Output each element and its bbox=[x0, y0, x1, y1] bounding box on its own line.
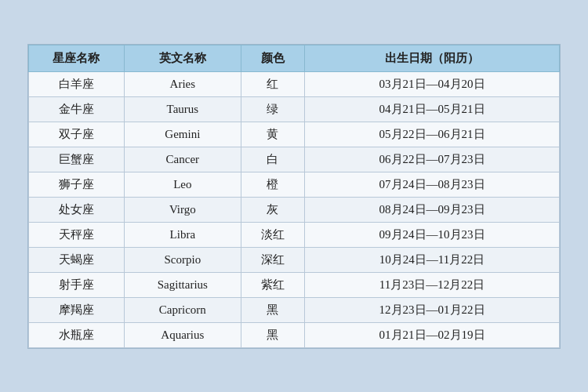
cell-chinese: 处女座 bbox=[29, 197, 125, 222]
cell-color: 绿 bbox=[241, 96, 304, 122]
cell-date: 12月23日—01月22日 bbox=[305, 297, 560, 322]
cell-english: Gemini bbox=[124, 122, 241, 147]
cell-color: 灰 bbox=[241, 197, 304, 222]
cell-english: Sagittarius bbox=[124, 272, 241, 297]
cell-english: Aquarius bbox=[124, 322, 241, 347]
cell-date: 10月24日—11月22日 bbox=[305, 247, 560, 272]
cell-chinese: 射手座 bbox=[29, 272, 125, 297]
cell-date: 11月23日—12月22日 bbox=[305, 272, 560, 297]
table-header-row: 星座名称 英文名称 颜色 出生日期（阳历） bbox=[29, 45, 560, 71]
header-color: 颜色 bbox=[241, 45, 304, 71]
cell-english: Capricorn bbox=[124, 297, 241, 322]
zodiac-table: 星座名称 英文名称 颜色 出生日期（阳历） 白羊座Aries红03月21日—04… bbox=[28, 45, 560, 348]
cell-color: 紫红 bbox=[241, 272, 304, 297]
cell-chinese: 金牛座 bbox=[29, 96, 125, 122]
table-row: 巨蟹座Cancer白06月22日—07月23日 bbox=[29, 147, 560, 172]
cell-date: 07月24日—08月23日 bbox=[305, 172, 560, 197]
cell-color: 淡红 bbox=[241, 222, 304, 247]
cell-chinese: 双子座 bbox=[29, 122, 125, 147]
table-row: 金牛座Taurus绿04月21日—05月21日 bbox=[29, 96, 560, 122]
cell-color: 橙 bbox=[241, 172, 304, 197]
table-row: 处女座Virgo灰08月24日—09月23日 bbox=[29, 197, 560, 222]
cell-chinese: 水瓶座 bbox=[29, 322, 125, 347]
table-row: 摩羯座Capricorn黑12月23日—01月22日 bbox=[29, 297, 560, 322]
cell-english: Virgo bbox=[124, 197, 241, 222]
cell-color: 黑 bbox=[241, 297, 304, 322]
table-row: 双子座Gemini黄05月22日—06月21日 bbox=[29, 122, 560, 147]
cell-chinese: 巨蟹座 bbox=[29, 147, 125, 172]
table-row: 白羊座Aries红03月21日—04月20日 bbox=[29, 71, 560, 96]
header-date: 出生日期（阳历） bbox=[305, 45, 560, 71]
table-row: 射手座Sagittarius紫红11月23日—12月22日 bbox=[29, 272, 560, 297]
cell-date: 03月21日—04月20日 bbox=[305, 71, 560, 96]
cell-date: 06月22日—07月23日 bbox=[305, 147, 560, 172]
table-row: 水瓶座Aquarius黑01月21日—02月19日 bbox=[29, 322, 560, 347]
header-english: 英文名称 bbox=[124, 45, 241, 71]
cell-date: 08月24日—09月23日 bbox=[305, 197, 560, 222]
zodiac-table-container: 星座名称 英文名称 颜色 出生日期（阳历） 白羊座Aries红03月21日—04… bbox=[27, 44, 561, 349]
cell-date: 01月21日—02月19日 bbox=[305, 322, 560, 347]
cell-color: 黑 bbox=[241, 322, 304, 347]
cell-english: Leo bbox=[124, 172, 241, 197]
cell-color: 白 bbox=[241, 147, 304, 172]
cell-chinese: 摩羯座 bbox=[29, 297, 125, 322]
cell-chinese: 白羊座 bbox=[29, 71, 125, 96]
cell-date: 05月22日—06月21日 bbox=[305, 122, 560, 147]
table-row: 狮子座Leo橙07月24日—08月23日 bbox=[29, 172, 560, 197]
cell-date: 09月24日—10月23日 bbox=[305, 222, 560, 247]
cell-english: Taurus bbox=[124, 96, 241, 122]
cell-chinese: 天秤座 bbox=[29, 222, 125, 247]
table-row: 天秤座Libra淡红09月24日—10月23日 bbox=[29, 222, 560, 247]
header-chinese: 星座名称 bbox=[29, 45, 125, 71]
cell-english: Libra bbox=[124, 222, 241, 247]
cell-english: Aries bbox=[124, 71, 241, 96]
cell-color: 深红 bbox=[241, 247, 304, 272]
cell-color: 红 bbox=[241, 71, 304, 96]
cell-chinese: 天蝎座 bbox=[29, 247, 125, 272]
cell-english: Cancer bbox=[124, 147, 241, 172]
cell-chinese: 狮子座 bbox=[29, 172, 125, 197]
cell-english: Scorpio bbox=[124, 247, 241, 272]
cell-date: 04月21日—05月21日 bbox=[305, 96, 560, 122]
cell-color: 黄 bbox=[241, 122, 304, 147]
table-row: 天蝎座Scorpio深红10月24日—11月22日 bbox=[29, 247, 560, 272]
